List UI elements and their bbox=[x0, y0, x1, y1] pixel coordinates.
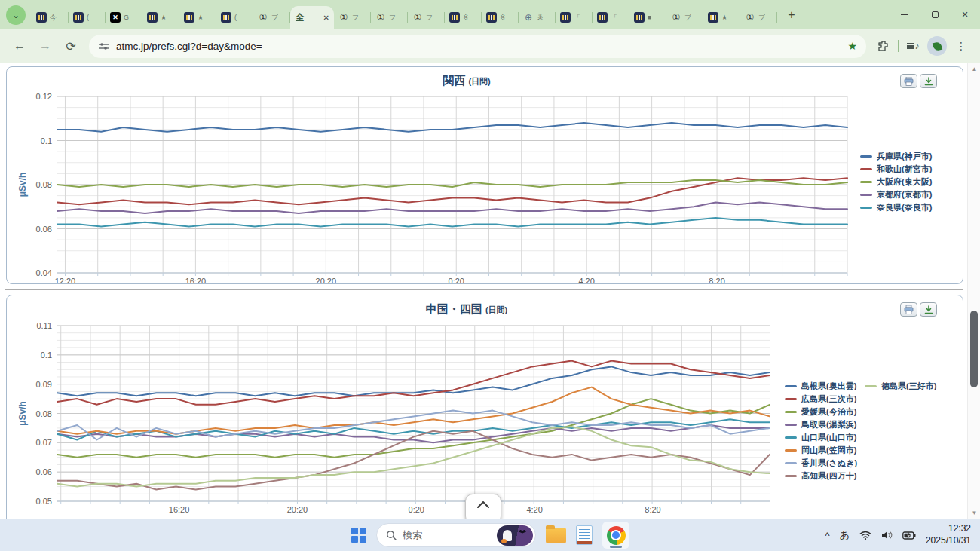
search-doodle-halloween[interactable] bbox=[497, 525, 533, 546]
chrome-button[interactable] bbox=[602, 522, 629, 549]
close-tab-icon[interactable]: ✕ bbox=[323, 14, 329, 22]
back-icon: ← bbox=[14, 39, 26, 53]
tab[interactable]: ⊕ゑ bbox=[519, 6, 556, 29]
site-info-icon[interactable] bbox=[98, 41, 109, 52]
legend-label: 山口県(山口市) bbox=[801, 432, 856, 443]
tab[interactable]: 「 bbox=[556, 6, 593, 29]
legend-item[interactable]: 大阪府(東大阪) bbox=[860, 176, 932, 188]
new-tab-button[interactable]: + bbox=[782, 5, 801, 25]
legend-label: 香川県(さぬき) bbox=[801, 458, 857, 469]
legend-label: 高知県(四万十) bbox=[801, 470, 856, 482]
tab-title: フ bbox=[389, 13, 396, 23]
wifi-button[interactable] bbox=[859, 531, 871, 540]
info-favicon: ① bbox=[412, 12, 423, 23]
scroll-to-top-button[interactable] bbox=[465, 494, 501, 519]
battery-button[interactable] bbox=[902, 531, 916, 540]
legend-item[interactable]: 奈良県(奈良市) bbox=[860, 201, 932, 214]
taskbar-search[interactable]: 検索 bbox=[376, 523, 536, 547]
tab[interactable]: ①フ bbox=[334, 6, 371, 29]
ime-indicator[interactable]: あ bbox=[840, 528, 850, 542]
legend-item[interactable]: 兵庫県(神戸市) bbox=[860, 150, 932, 163]
legend-item[interactable]: 京都府(京都市) bbox=[860, 188, 932, 201]
maximize-button[interactable] bbox=[920, 0, 950, 29]
tab[interactable]: ①フ bbox=[408, 6, 445, 29]
taskbar-clock[interactable]: 12:32 2025/10/31 bbox=[926, 523, 971, 546]
tab[interactable]: ★ bbox=[179, 6, 216, 29]
reading-list-button[interactable]: ♪ bbox=[903, 36, 923, 56]
forward-icon: → bbox=[39, 39, 51, 53]
page-scrollbar[interactable]: ▲ ▼ bbox=[967, 63, 980, 519]
svg-text:0.07: 0.07 bbox=[36, 438, 52, 447]
profile-avatar[interactable] bbox=[927, 36, 947, 56]
scrollbar-up-icon[interactable]: ▲ bbox=[968, 66, 980, 72]
address-bar[interactable]: atmc.jp/prefs.cgi?d=day&mode= ★ bbox=[89, 35, 866, 58]
wifi-icon bbox=[859, 531, 871, 540]
scrollbar-thumb[interactable] bbox=[970, 311, 978, 387]
tab[interactable]: ■ bbox=[629, 6, 666, 29]
browser-menu-button[interactable]: ⋮ bbox=[951, 36, 971, 56]
tab[interactable]: ①ブ bbox=[253, 6, 290, 29]
svg-text:μSv/h: μSv/h bbox=[17, 173, 28, 197]
legend-item[interactable]: 愛媛県(今治市) bbox=[785, 406, 857, 418]
volume-button[interactable] bbox=[881, 531, 893, 540]
reload-button[interactable]: ⟳ bbox=[60, 35, 81, 57]
legend-item[interactable]: 山口県(山口市) bbox=[785, 431, 857, 444]
chart-panel-chugoku-shikoku: 中国・四国 (日間) 0.110.10.090.080. bbox=[6, 295, 963, 519]
extensions-button[interactable] bbox=[874, 36, 893, 56]
legend-item[interactable]: 岡山県(笠岡市) bbox=[785, 444, 857, 457]
back-button[interactable]: ← bbox=[9, 35, 30, 57]
svg-text:16:20: 16:20 bbox=[185, 277, 207, 283]
forward-button[interactable]: → bbox=[35, 35, 56, 57]
legend-item[interactable]: 香川県(さぬき) bbox=[785, 457, 857, 470]
legend-item[interactable]: 広島県(三次市) bbox=[785, 393, 857, 406]
puzzle-icon bbox=[877, 40, 890, 52]
tab[interactable]: ※ bbox=[445, 6, 482, 29]
legend-item[interactable]: 高知県(四万十) bbox=[785, 470, 857, 482]
tab[interactable]: 「 bbox=[593, 6, 629, 29]
tab[interactable]: ①ブ bbox=[666, 6, 703, 29]
tab[interactable]: ✕G bbox=[106, 6, 142, 29]
tab[interactable]: 今 bbox=[32, 6, 69, 29]
tab[interactable]: ★ bbox=[703, 6, 740, 29]
svg-text:0.05: 0.05 bbox=[36, 497, 52, 506]
tab-active[interactable]: 全✕ bbox=[290, 6, 334, 29]
file-explorer-button[interactable] bbox=[546, 528, 566, 543]
tab[interactable]: ★ bbox=[142, 6, 179, 29]
browser-tab-strip: ⌄ 今(✕G★★(①ブ全✕①フ①フ①フ※※⊕ゑ「「■①ブ★①ブ + ✕ bbox=[0, 0, 980, 29]
svg-text:0.11: 0.11 bbox=[36, 321, 52, 330]
tab[interactable]: ※ bbox=[482, 6, 519, 29]
tab-title: フ bbox=[352, 13, 359, 23]
chart-favicon bbox=[560, 12, 571, 23]
bookmark-star-icon[interactable]: ★ bbox=[847, 40, 857, 52]
notepad-button[interactable] bbox=[576, 525, 593, 545]
legend-item[interactable]: 島根県(奥出雲) bbox=[785, 380, 857, 393]
start-button[interactable] bbox=[351, 528, 366, 543]
legend-label: 兵庫県(神戸市) bbox=[877, 151, 932, 162]
info-favicon: ① bbox=[258, 12, 268, 23]
tab[interactable]: ( bbox=[69, 6, 106, 29]
legend-item[interactable]: 和歌山(新宮市) bbox=[860, 163, 932, 176]
music-note-icon: ♪ bbox=[915, 41, 920, 51]
hidden-icons-button[interactable]: ^ bbox=[825, 530, 830, 541]
chart-favicon bbox=[221, 12, 231, 23]
svg-text:0.08: 0.08 bbox=[36, 180, 52, 189]
minimize-button[interactable] bbox=[890, 0, 920, 29]
taskbar-center-group: 検索 bbox=[351, 519, 629, 551]
close-window-button[interactable]: ✕ bbox=[950, 0, 980, 29]
tab-row: 今(✕G★★(①ブ全✕①フ①フ①フ※※⊕ゑ「「■①ブ★①ブ bbox=[32, 0, 777, 29]
legend-item[interactable]: 徳島県(三好市) bbox=[865, 380, 936, 393]
svg-text:0:20: 0:20 bbox=[409, 505, 424, 514]
scrollbar-down-icon[interactable]: ▼ bbox=[968, 510, 980, 516]
tab[interactable]: ①フ bbox=[371, 6, 408, 29]
tab-title: 「 bbox=[611, 13, 617, 23]
system-tray: ^ あ bbox=[825, 519, 971, 551]
speaker-icon bbox=[881, 531, 893, 540]
tab[interactable]: ①ブ bbox=[740, 6, 777, 29]
tab-search-button[interactable]: ⌄ bbox=[6, 5, 26, 25]
info-favicon: ① bbox=[338, 12, 349, 23]
svg-text:20:20: 20:20 bbox=[316, 277, 337, 283]
plus-icon: + bbox=[788, 8, 795, 22]
tab[interactable]: ( bbox=[216, 6, 253, 29]
legend-item[interactable]: 鳥取県(湯梨浜) bbox=[785, 418, 857, 431]
svg-text:4:20: 4:20 bbox=[526, 505, 542, 514]
